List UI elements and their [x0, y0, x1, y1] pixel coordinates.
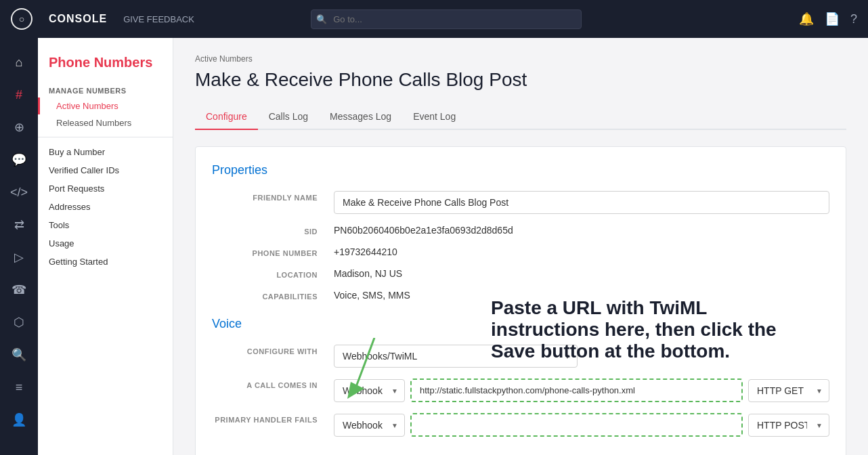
buy-number-nav-item[interactable]: Buy a Number: [38, 143, 173, 161]
location-label: LOCATION: [212, 268, 334, 279]
icon-sidebar: ⌂ # ⊕ 💬 </> ⇄ ▷ ☎ ⬡ 🔍 ≡ 👤: [0, 38, 38, 455]
a-call-webhook-type-wrapper: Webhook ▼: [334, 379, 405, 402]
page-title: Make & Receive Phone Calls Blog Post: [195, 69, 846, 91]
friendly-name-value: [334, 191, 829, 214]
tab-messages-log[interactable]: Messages Log: [319, 104, 402, 130]
primary-handler-fails-value: Webhook ▼ HTTP POST HTTP GET ▼: [334, 413, 829, 437]
primary-handler-method-select[interactable]: HTTP POST HTTP GET: [748, 414, 829, 437]
a-call-webhook-row: Webhook ▼ HTTP GET HTTP POST ▼: [334, 378, 829, 402]
help-icon[interactable]: ?: [850, 12, 857, 26]
primary-handler-type-wrapper: Webhook ▼: [334, 414, 405, 437]
sidebar-phone-numbers[interactable]: #: [5, 81, 32, 108]
logo[interactable]: ○: [11, 8, 32, 30]
verified-caller-ids-nav-item[interactable]: Verified Caller IDs: [38, 161, 173, 179]
sidebar-home[interactable]: ⌂: [5, 49, 32, 76]
getting-started-nav-item[interactable]: Getting Started: [38, 253, 173, 271]
document-icon[interactable]: 📄: [825, 12, 840, 26]
left-navigation: Phone Numbers Manage Numbers Active Numb…: [38, 38, 173, 455]
top-nav-icons: 🔔 📄 ?: [799, 12, 857, 26]
top-navigation: ○ CONSOLE GIVE FEEDBACK 🔍 🔔 📄 ?: [0, 0, 868, 38]
a-call-comes-in-value: Paste a URL with TwiML instructions here…: [334, 378, 829, 402]
friendly-name-row: FRIENDLY NAME: [212, 191, 829, 214]
port-requests-nav-item[interactable]: Port Requests: [38, 179, 173, 198]
sidebar-user[interactable]: 👤: [5, 406, 32, 433]
notifications-icon[interactable]: 🔔: [799, 12, 814, 26]
friendly-name-label: FRIENDLY NAME: [212, 191, 334, 202]
tab-configure[interactable]: Configure: [195, 104, 258, 130]
phone-number-row: PHONE NUMBER +19732644210: [212, 246, 829, 257]
sid-label: SID: [212, 225, 334, 236]
primary-handler-webhook-row: Webhook ▼ HTTP POST HTTP GET ▼: [334, 413, 829, 437]
configure-with-label: CONFIGURE WITH: [212, 345, 334, 355]
capabilities-label: CAPABILITIES: [212, 290, 334, 301]
voice-section-heading: Voice: [212, 317, 829, 331]
sidebar-link[interactable]: ⊕: [5, 114, 32, 141]
configure-with-select-wrapper: Webhooks/TwiML TwiML App Proxy Service ▼: [334, 345, 578, 368]
sidebar-list[interactable]: ≡: [5, 374, 32, 401]
search-input[interactable]: [311, 9, 582, 29]
phone-number-value: +19732644210: [334, 246, 829, 257]
primary-handler-fails-row: PRIMARY HANDLER FAILS Webhook ▼: [212, 413, 829, 437]
tab-calls-log[interactable]: Calls Log: [258, 104, 319, 130]
sidebar-search[interactable]: 🔍: [5, 341, 32, 368]
voice-section: Voice CONFIGURE WITH Webhooks/TwiML TwiM…: [212, 317, 829, 437]
friendly-name-input[interactable]: [334, 191, 829, 214]
usage-nav-item[interactable]: Usage: [38, 234, 173, 253]
sidebar-code[interactable]: </>: [5, 179, 32, 206]
primary-handler-fails-label: PRIMARY HANDLER FAILS: [212, 413, 334, 424]
a-call-url-input[interactable]: [410, 378, 743, 402]
logo-symbol: ○: [19, 14, 24, 24]
phone-numbers-nav-title: Phone Numbers: [38, 49, 173, 81]
sidebar-video[interactable]: ▷: [5, 244, 32, 271]
primary-handler-method-wrapper: HTTP POST HTTP GET ▼: [748, 414, 829, 437]
phone-number-label: PHONE NUMBER: [212, 246, 334, 257]
tabs-bar: Configure Calls Log Messages Log Event L…: [195, 104, 846, 130]
sid-value: PN60b2060406b0e2a1e3fa0693d2d8d65d: [334, 225, 829, 236]
location-value: Madison, NJ US: [334, 268, 829, 279]
tools-nav-item[interactable]: Tools: [38, 216, 173, 234]
manage-numbers-section: Manage Numbers: [38, 81, 173, 98]
sid-row: SID PN60b2060406b0e2a1e3fa0693d2d8d65d: [212, 225, 829, 236]
configure-with-value: Webhooks/TwiML TwiML App Proxy Service ▼: [334, 345, 829, 368]
active-numbers-nav-item[interactable]: Active Numbers: [38, 98, 173, 114]
main-content: Active Numbers Make & Receive Phone Call…: [173, 38, 868, 455]
capabilities-row: CAPABILITIES Voice, SMS, MMS: [212, 290, 829, 301]
capabilities-value: Voice, SMS, MMS: [334, 290, 829, 301]
a-call-comes-in-row: A CALL COMES IN Paste a URL with TwiML i…: [212, 378, 829, 402]
search-icon: 🔍: [316, 14, 327, 24]
properties-section-heading: Properties: [212, 163, 829, 177]
addresses-nav-item[interactable]: Addresses: [38, 198, 173, 216]
sidebar-box[interactable]: ⬡: [5, 309, 32, 336]
configure-with-row: CONFIGURE WITH Webhooks/TwiML TwiML App …: [212, 345, 829, 368]
search-bar: 🔍: [311, 9, 582, 29]
released-numbers-nav-item[interactable]: Released Numbers: [38, 114, 173, 131]
sidebar-phone[interactable]: ☎: [5, 276, 32, 303]
console-label: CONSOLE: [49, 13, 107, 25]
location-row: LOCATION Madison, NJ US: [212, 268, 829, 279]
sidebar-shuffle[interactable]: ⇄: [5, 211, 32, 238]
nav-divider: [38, 137, 173, 137]
a-call-method-wrapper: HTTP GET HTTP POST ▼: [748, 379, 829, 402]
properties-card: Properties FRIENDLY NAME SID PN60b206040…: [195, 146, 846, 455]
give-feedback-link[interactable]: GIVE FEEDBACK: [123, 14, 194, 24]
breadcrumb: Active Numbers: [195, 54, 846, 64]
tab-event-log[interactable]: Event Log: [402, 104, 466, 130]
sidebar-chat[interactable]: 💬: [5, 146, 32, 173]
primary-handler-type-select[interactable]: Webhook: [334, 414, 405, 437]
primary-handler-url-input[interactable]: [410, 413, 743, 437]
a-call-comes-in-label: A CALL COMES IN: [212, 378, 334, 389]
a-call-method-select[interactable]: HTTP GET HTTP POST: [748, 379, 829, 402]
a-call-webhook-type-select[interactable]: Webhook: [334, 379, 405, 402]
configure-with-select[interactable]: Webhooks/TwiML TwiML App Proxy Service: [334, 345, 578, 368]
